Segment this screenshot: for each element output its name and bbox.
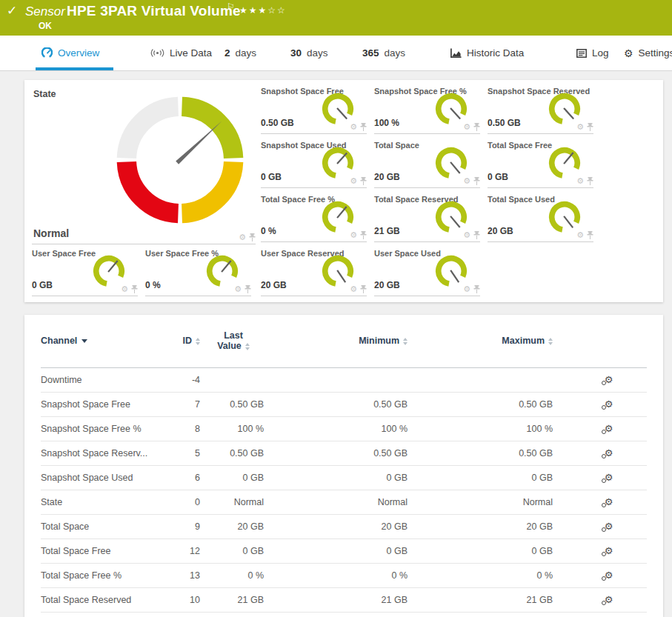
channel-name: Downtime: [41, 367, 159, 392]
gear-icon[interactable]: ⚙: [463, 123, 470, 131]
channel-name: Snapshot Space Used: [41, 465, 159, 490]
gear-icon[interactable]: ⚙: [121, 285, 128, 293]
gear-icon[interactable]: ⚙: [576, 177, 584, 185]
column-label: Maximum: [502, 336, 545, 346]
gauge-needle: [564, 153, 573, 164]
channel-name: Total Space: [41, 514, 159, 538]
column-header-channel[interactable]: Channel: [41, 315, 159, 367]
channel-maximum: 20 GB: [407, 514, 553, 538]
gauge-needle: [564, 216, 573, 227]
flag-icon[interactable]: ⚐: [227, 1, 235, 12]
tab-label: Overview: [58, 47, 99, 59]
channel-settings-gear-icon[interactable]: ⚙: [605, 448, 613, 458]
pin-icon[interactable]: [473, 177, 480, 185]
overview-gauges-panel: State Normal ⚙ Snapshot Space Free 0.50 …: [24, 80, 663, 302]
pin-icon[interactable]: [131, 285, 138, 293]
gauge-needle: [337, 108, 347, 119]
gear-icon[interactable]: ⚙: [350, 231, 357, 239]
column-header-last-value[interactable]: Last Value: [200, 315, 267, 367]
gauge-needle: [337, 207, 347, 218]
gear-icon[interactable]: ⚙: [350, 177, 357, 185]
channel-minimum: 0 %: [267, 563, 407, 587]
gear-icon[interactable]: ⚙: [234, 285, 242, 293]
channel-settings-gear-icon[interactable]: ⚙: [605, 473, 613, 482]
channel-settings-gear-icon[interactable]: ⚙: [605, 375, 613, 384]
channel-gauge: [548, 92, 582, 126]
table-row: Total Space Reserved 10 21 GB 21 GB 21 G…: [41, 587, 647, 612]
channel-gauge-value: 20 GB: [374, 172, 400, 182]
pin-icon[interactable]: [587, 231, 593, 239]
pin-icon[interactable]: [473, 285, 480, 293]
pin-icon[interactable]: [360, 231, 367, 239]
gauge-needle: [222, 261, 231, 272]
pin-icon[interactable]: [360, 285, 367, 293]
column-header-maximum[interactable]: Maximum: [407, 315, 553, 367]
tab-log[interactable]: Log: [576, 36, 609, 70]
channel-gauge-title: Total Space Used: [488, 195, 555, 204]
sensor-status-badge: OK: [39, 21, 52, 31]
tab-365-days[interactable]: 365 days: [362, 36, 405, 70]
pin-icon[interactable]: [473, 231, 480, 239]
tab-label: Log: [592, 47, 609, 59]
tab-2-days[interactable]: 2 days: [224, 36, 256, 70]
log-icon: [576, 49, 587, 58]
channel-maximum: [407, 367, 553, 392]
channel-settings-gear-icon[interactable]: ⚙: [605, 521, 613, 531]
channel-gauge: [434, 92, 468, 126]
pin-icon[interactable]: [249, 233, 256, 241]
gear-icon[interactable]: ⚙: [576, 123, 584, 131]
gear-icon[interactable]: ⚙: [350, 285, 357, 293]
sort-desc-icon: [81, 339, 87, 343]
priority-stars[interactable]: ★★★☆☆: [239, 5, 287, 16]
channel-minimum: [267, 367, 407, 392]
pin-icon[interactable]: [587, 177, 593, 185]
tab-overview[interactable]: Overview: [36, 36, 113, 70]
channel-minimum: 21 GB: [267, 587, 407, 612]
channel-gauge-title: User Space Used: [374, 249, 441, 258]
channel-gauge-value: 0 GB: [261, 172, 282, 182]
channel-minimum: Normal: [267, 490, 407, 514]
gear-icon[interactable]: ⚙: [239, 233, 246, 241]
gauge-cell: Total Space Free 0 GB ⚙: [488, 139, 593, 188]
channel-settings-gear-icon[interactable]: ⚙: [605, 570, 613, 580]
gauge-icon: [41, 47, 53, 59]
tab-historic-data[interactable]: Historic Data: [450, 36, 524, 70]
tab-settings[interactable]: ⚙ Settings: [624, 36, 672, 70]
pin-icon[interactable]: [244, 285, 251, 293]
column-header-minimum[interactable]: Minimum: [267, 315, 407, 367]
gear-icon[interactable]: ⚙: [463, 231, 470, 239]
status-ok-check-icon: ✓: [7, 3, 17, 18]
channel-settings-gear-icon[interactable]: ⚙: [605, 424, 613, 433]
pin-icon[interactable]: [587, 123, 593, 131]
column-header-id[interactable]: ID: [159, 315, 200, 367]
gear-icon[interactable]: ⚙: [576, 231, 584, 239]
channel-settings-gear-icon[interactable]: ⚙: [605, 497, 613, 507]
pin-icon[interactable]: [360, 177, 367, 185]
column-label: ID: [183, 336, 193, 346]
channel-name: Snapshot Space Free: [41, 392, 159, 416]
channel-gauge: [321, 146, 355, 180]
gear-icon[interactable]: ⚙: [350, 123, 357, 131]
channel-maximum: 0.50 GB: [407, 392, 553, 416]
channel-settings-gear-icon[interactable]: ⚙: [605, 399, 613, 409]
tab-30-days[interactable]: 30 days: [290, 36, 328, 70]
state-gauge-value: Normal: [33, 227, 69, 239]
channel-last-value: 21 GB: [200, 587, 267, 612]
gear-icon[interactable]: ⚙: [463, 177, 470, 185]
tab-label: Historic Data: [467, 47, 524, 59]
channel-settings-gear-icon[interactable]: ⚙: [605, 546, 613, 556]
pin-icon[interactable]: [360, 123, 367, 131]
channel-gauge-value: 0 GB: [488, 172, 508, 182]
tab-unit: days: [385, 47, 406, 59]
gauge-needle: [450, 108, 460, 119]
channel-settings-gear-icon[interactable]: ⚙: [605, 595, 613, 604]
pin-icon[interactable]: [473, 123, 480, 131]
tab-live-data[interactable]: Live Data: [150, 36, 212, 70]
channel-last-value: 0.50 GB: [200, 441, 267, 465]
column-label: Channel: [41, 336, 77, 346]
channel-id: 10: [159, 587, 200, 612]
gear-icon[interactable]: ⚙: [463, 285, 470, 293]
sort-icon: [548, 338, 553, 345]
state-gauge-needle: [176, 119, 223, 164]
tab-bar: Overview Live Data 2 days 30 days 365 da…: [0, 36, 672, 71]
